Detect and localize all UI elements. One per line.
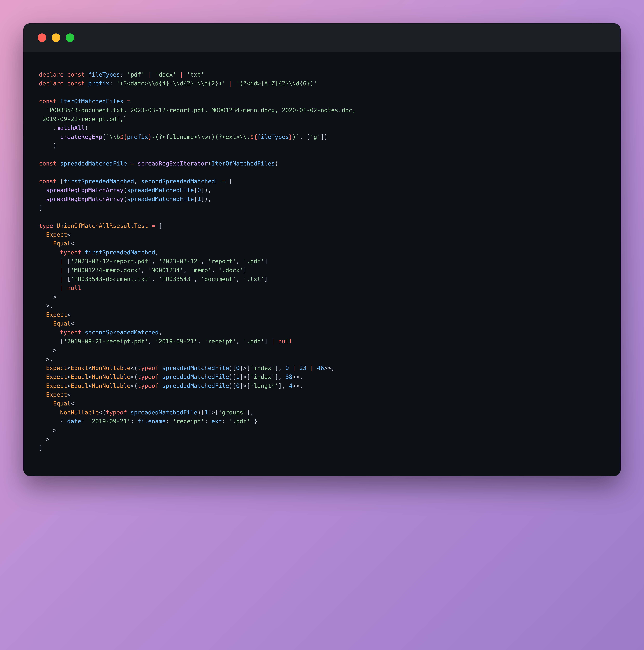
punct: > <box>53 347 56 354</box>
string: 'PO033543' <box>159 276 194 283</box>
identifier: firstSpreadedMatched <box>64 178 134 185</box>
punct: [ <box>159 222 162 229</box>
number: 1 <box>236 373 239 380</box>
function-call: createRegExp <box>60 133 102 140</box>
operator: = <box>152 222 155 229</box>
function-call: spreadRegExpMatchArray <box>46 195 123 203</box>
property: date <box>67 418 81 425</box>
keyword-typeof: typeof <box>138 364 159 371</box>
type-name: NonNullable <box>92 373 130 380</box>
string: 'document' <box>201 276 236 283</box>
punct: [ <box>67 267 71 274</box>
string: 'index' <box>250 373 275 380</box>
punct: < <box>71 240 74 247</box>
punct: > <box>53 427 56 434</box>
string: '.docx' <box>219 267 243 274</box>
punct: < <box>71 400 74 407</box>
punct: > <box>46 436 49 442</box>
punct: , <box>152 258 155 265</box>
operator: | <box>60 284 64 291</box>
string: 'groups' <box>219 409 247 416</box>
string: 'docx' <box>155 71 176 78</box>
punct: , [ <box>299 133 310 140</box>
punct: <( <box>130 364 138 371</box>
string: '(?<date>\\d{4}-\\d{2}-\\d{2})' <box>116 80 226 87</box>
null-literal: null <box>278 338 292 345</box>
punct: ]), <box>201 187 212 193</box>
punct: )[ <box>229 373 236 380</box>
string: 'length' <box>250 382 278 389</box>
punct: , <box>236 276 239 283</box>
number: 0 <box>236 382 239 389</box>
identifier: fileTypes <box>88 71 120 78</box>
punct: <( <box>99 409 106 416</box>
punct: [ <box>60 338 64 345</box>
function-call: spreadRegExpIterator <box>138 160 208 167</box>
punct: >>, <box>293 373 303 380</box>
punct: : <box>222 418 226 425</box>
punct: , <box>194 276 197 283</box>
maximize-icon[interactable] <box>66 33 74 42</box>
interp: ${ <box>120 133 127 140</box>
punct: ], <box>275 364 282 371</box>
type-name: NonNullable <box>92 382 130 389</box>
number: 1 <box>204 409 208 416</box>
keyword-declare: declare <box>39 71 64 78</box>
punct: ]), <box>201 195 212 203</box>
punct: : <box>120 71 123 78</box>
punct: [ <box>67 258 71 265</box>
interp: ${ <box>250 133 257 140</box>
type-name: Equal <box>71 364 88 371</box>
punct: [ <box>229 178 233 185</box>
identifier: fileTypes <box>257 133 289 140</box>
type-name: Equal <box>53 240 71 247</box>
string: '.pdf' <box>243 338 264 345</box>
string: '2023-03-12-report.pdf' <box>71 258 152 265</box>
punct: >>, <box>293 382 303 389</box>
punct: ]>[ <box>239 373 250 380</box>
identifier: spreadedMatchedFile <box>60 160 127 167</box>
identifier: IterOfMatchedFiles <box>212 160 275 167</box>
punct: ] <box>243 267 247 274</box>
identifier: firstSpreadedMatched <box>85 249 155 256</box>
keyword-type: type <box>39 222 53 229</box>
operator: = <box>222 178 226 185</box>
punct: ) <box>53 142 56 149</box>
number: 0 <box>286 364 289 371</box>
operator: | <box>60 258 64 265</box>
number: 0 <box>236 364 239 371</box>
interp: } <box>148 133 152 140</box>
punct: <( <box>130 382 138 389</box>
identifier: spreadedMatchedFile <box>127 195 194 203</box>
punct: >>, <box>324 364 335 371</box>
string: 'pdf' <box>127 71 145 78</box>
punct: , <box>236 258 239 265</box>
punct: { <box>60 418 64 425</box>
keyword-declare: declare <box>39 80 64 87</box>
operator: = <box>130 160 134 167</box>
punct: , <box>197 338 201 345</box>
punct: } <box>254 418 257 425</box>
string: '.pdf' <box>229 418 250 425</box>
string: 'receipt' <box>173 418 204 425</box>
code-window: declare const fileTypes: 'pdf' | 'docx' … <box>24 24 620 476</box>
code-editor[interactable]: declare const fileTypes: 'pdf' | 'docx' … <box>24 52 620 476</box>
punct: < <box>67 391 71 398</box>
minimize-icon[interactable] <box>52 33 60 42</box>
function-call: spreadRegExpMatchArray <box>46 187 123 193</box>
string: 'report' <box>208 258 236 265</box>
number: 46 <box>317 364 324 371</box>
type-name: Equal <box>53 320 71 327</box>
punct: )[ <box>229 364 236 371</box>
punct: >, <box>46 356 53 363</box>
punct: ; <box>204 418 208 425</box>
type-name: NonNullable <box>92 364 130 371</box>
close-icon[interactable] <box>38 33 46 42</box>
punct: ]>[ <box>208 409 218 416</box>
string: 'MO001234' <box>148 267 183 274</box>
string: 'memo' <box>190 267 212 274</box>
identifier: spreadedMatchedFile <box>162 373 229 380</box>
operator: | <box>229 80 233 87</box>
punct: ( <box>208 160 212 167</box>
operator: | <box>293 364 296 371</box>
